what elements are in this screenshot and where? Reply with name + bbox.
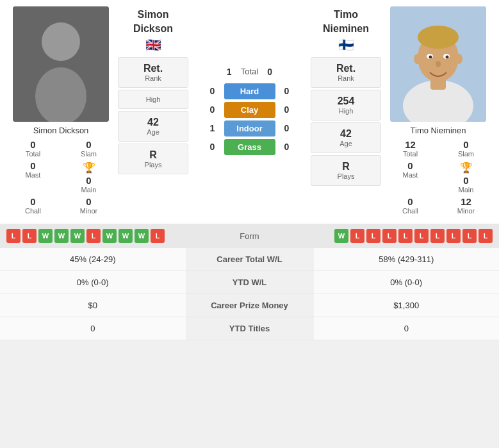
right-main-label: Main bbox=[459, 186, 474, 194]
left-rank-value: Ret. bbox=[143, 63, 163, 74]
svg-point-11 bbox=[446, 56, 449, 59]
left-plays-box: R Plays bbox=[118, 144, 188, 174]
right-total-label: Total bbox=[403, 150, 418, 158]
stats-right-3: 0 bbox=[314, 317, 500, 340]
players-section: Simon Dickson 0 Total 0 Slam 0 Mast 🏆 0 bbox=[0, 0, 499, 221]
left-form-badge-8: W bbox=[135, 229, 149, 243]
right-minor-value: 12 bbox=[461, 196, 471, 207]
right-form-badge-7: L bbox=[446, 229, 461, 243]
left-flag: 🇬🇧 bbox=[145, 37, 161, 53]
clay-badge: Clay bbox=[224, 102, 275, 118]
right-center-stats: Timo Nieminen 🇫🇮 Ret. Rank 254 High 42 A… bbox=[311, 6, 381, 215]
total-row: 1 Total 0 bbox=[223, 67, 276, 77]
right-plays-value: R bbox=[342, 161, 350, 172]
left-form-badge-5: L bbox=[86, 229, 101, 243]
clay-right-score: 0 bbox=[281, 104, 293, 115]
stats-left-0: 45% (24-29) bbox=[0, 248, 186, 270]
left-main-value: 0 bbox=[86, 175, 91, 186]
right-player-card: Timo Nieminen 12 Total 0 Slam 0 Mast 🏆 0 bbox=[384, 6, 493, 215]
svg-point-7 bbox=[418, 26, 459, 49]
grass-row: 0 Grass 0 bbox=[191, 139, 308, 155]
left-age-box: 42 Age bbox=[118, 111, 188, 142]
left-form-badge-2: W bbox=[38, 229, 53, 243]
right-form-badge-9: L bbox=[479, 229, 493, 243]
left-rank-box: Ret. Rank bbox=[118, 57, 188, 88]
left-age-value: 42 bbox=[147, 117, 159, 128]
right-trophy-icon: 🏆 bbox=[460, 162, 473, 174]
left-chall-value: 0 bbox=[30, 196, 35, 207]
stats-row-2: $0Career Prize Money$1,300 bbox=[0, 294, 499, 317]
stats-right-0: 58% (429-311) bbox=[314, 248, 500, 270]
right-slam-value: 0 bbox=[463, 139, 468, 150]
left-player-silhouette bbox=[13, 6, 109, 122]
stats-left-1: 0% (0-0) bbox=[0, 271, 186, 294]
left-minor-label: Minor bbox=[80, 207, 98, 215]
grass-left-score: 0 bbox=[206, 142, 219, 152]
left-plays-label: Plays bbox=[145, 161, 162, 169]
right-player-name-label: Timo Nieminen bbox=[411, 126, 466, 135]
stats-row-1: 0% (0-0)YTD W/L0% (0-0) bbox=[0, 271, 499, 294]
left-chall-stat: 0 Chall bbox=[6, 196, 60, 215]
right-high-label: High bbox=[339, 107, 354, 115]
right-form-badge-8: L bbox=[462, 229, 477, 243]
left-rank-label: Rank bbox=[145, 74, 161, 82]
svg-point-10 bbox=[429, 56, 432, 59]
stats-center-3: YTD Titles bbox=[186, 317, 314, 340]
right-chall-label: Chall bbox=[402, 207, 418, 215]
right-player-name-header: Timo bbox=[334, 9, 358, 21]
stats-center-2: Career Prize Money bbox=[186, 294, 314, 317]
right-age-label: Age bbox=[339, 140, 352, 147]
left-form-badge-9: L bbox=[151, 229, 165, 243]
left-mast-value: 0 bbox=[30, 160, 35, 171]
main-container: Simon Dickson 0 Total 0 Slam 0 Mast 🏆 0 bbox=[0, 0, 499, 340]
stats-center-0: Career Total W/L bbox=[186, 248, 314, 270]
indoor-badge: Indoor bbox=[224, 120, 275, 137]
left-player-photo bbox=[13, 6, 109, 122]
stats-right-2: $1,300 bbox=[314, 294, 500, 317]
right-player-header: Timo Nieminen 🇫🇮 bbox=[311, 6, 381, 55]
right-plays-box: R Plays bbox=[311, 155, 381, 186]
left-high-box: High bbox=[118, 90, 188, 109]
right-form-badge-0: W bbox=[334, 229, 348, 243]
right-total-value: 12 bbox=[405, 139, 416, 150]
left-chall-label: Chall bbox=[25, 207, 41, 215]
left-player-header: Simon Dickson 🇬🇧 bbox=[118, 6, 188, 55]
left-total-value: 0 bbox=[30, 139, 35, 150]
left-trophy-main: 🏆 0 Main bbox=[62, 160, 115, 194]
stats-right-1: 0% (0-0) bbox=[314, 271, 500, 294]
total-right-score: 0 bbox=[263, 67, 276, 77]
total-label: Total bbox=[241, 67, 258, 76]
right-minor-label: Minor bbox=[457, 207, 475, 215]
stats-left-3: 0 bbox=[0, 317, 186, 340]
left-form-badge-3: W bbox=[54, 229, 69, 243]
stats-row-3: 0YTD Titles0 bbox=[0, 317, 499, 340]
right-flag: 🇫🇮 bbox=[338, 37, 354, 53]
form-section: LLWWWLWWWL Form WLLLLLLLLL bbox=[0, 224, 499, 248]
right-form-badge-2: L bbox=[366, 229, 380, 243]
right-high-box: 254 High bbox=[311, 90, 381, 120]
grass-badge: Grass bbox=[224, 139, 275, 155]
right-high-value: 254 bbox=[338, 95, 355, 107]
left-form-badge-6: W bbox=[102, 229, 117, 243]
right-mast-label: Mast bbox=[403, 171, 418, 179]
right-age-value: 42 bbox=[340, 128, 352, 140]
right-form-badge-5: L bbox=[414, 229, 429, 243]
right-trophy-main: 🏆 0 Main bbox=[439, 160, 493, 194]
hard-badge: Hard bbox=[224, 83, 275, 99]
right-chall-stat: 0 Chall bbox=[384, 196, 437, 215]
left-slam-stat: 0 Slam bbox=[62, 139, 115, 158]
clay-row: 0 Clay 0 bbox=[191, 102, 308, 118]
right-main-value: 0 bbox=[463, 175, 468, 186]
right-rank-box: Ret. Rank bbox=[311, 57, 381, 88]
left-trophy-icon: 🏆 bbox=[83, 162, 95, 174]
right-rank-label: Rank bbox=[338, 74, 354, 82]
right-player-lastname-header: Nieminen bbox=[323, 23, 369, 35]
right-form-badges: WLLLLLLLLL bbox=[278, 229, 493, 243]
left-slam-value: 0 bbox=[86, 139, 91, 150]
left-player-lastname-header: Dickson bbox=[133, 23, 173, 35]
svg-point-13 bbox=[414, 54, 421, 64]
stats-row-0: 45% (24-29)Career Total W/L58% (429-311) bbox=[0, 248, 499, 271]
left-mast-label: Mast bbox=[26, 171, 41, 179]
left-age-label: Age bbox=[147, 128, 160, 136]
grass-right-score: 0 bbox=[281, 142, 293, 152]
